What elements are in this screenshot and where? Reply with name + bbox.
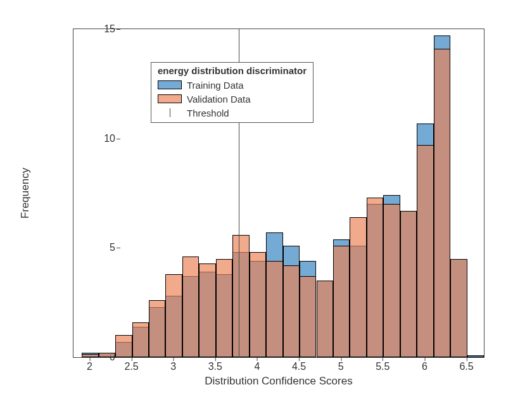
y-tick: 10: [77, 133, 115, 144]
bar-validation: [199, 263, 215, 357]
bar-validation: [266, 261, 282, 357]
bar-validation: [383, 204, 400, 357]
x-tick: 4.5: [292, 361, 306, 372]
legend-swatch-validation: [158, 94, 182, 103]
bar-validation: [367, 198, 383, 357]
bar-validation: [216, 259, 232, 357]
bar-validation: [283, 265, 300, 357]
legend-label: Training Data: [187, 79, 244, 92]
bar-validation: [232, 235, 249, 357]
bar-validation: [82, 354, 98, 357]
bar-validation: [300, 276, 316, 357]
legend-entry-training: Training Data: [158, 78, 307, 92]
x-tick: 6: [422, 361, 428, 372]
bar-validation: [333, 246, 350, 357]
y-tick: 5: [77, 242, 115, 253]
legend-swatch-training: [158, 80, 182, 89]
legend: energy distribution discriminator Traini…: [151, 62, 314, 123]
legend-label: Threshold: [187, 106, 229, 120]
x-tick: 3: [170, 361, 176, 372]
x-tick: 5.5: [376, 361, 390, 372]
bar-training: [467, 355, 484, 357]
bar-validation: [250, 252, 266, 357]
x-tick: 5: [338, 361, 344, 372]
bar-validation: [115, 335, 132, 357]
legend-line-threshold: [158, 108, 182, 117]
legend-label: Validation Data: [187, 92, 251, 106]
legend-title: energy distribution discriminator: [158, 64, 307, 77]
bar-validation: [434, 49, 450, 357]
bar-validation: [317, 281, 333, 357]
x-tick: 3.5: [208, 361, 222, 372]
x-tick: 6.5: [459, 361, 473, 372]
figure: Frequency Distribution Confidence Scores…: [0, 0, 532, 399]
x-tick: 2.5: [124, 361, 138, 372]
bar-validation: [450, 259, 467, 357]
legend-entry-threshold: Threshold: [158, 106, 307, 120]
bar-validation: [417, 145, 433, 357]
bar-validation: [149, 300, 165, 357]
bar-validation: [99, 353, 115, 357]
bar-validation: [350, 217, 366, 357]
x-axis-label: Distribution Confidence Scores: [205, 375, 352, 388]
bar-validation: [165, 274, 182, 357]
legend-entry-validation: Validation Data: [158, 92, 307, 106]
x-tick: 4: [254, 361, 260, 372]
y-tick: 15: [77, 23, 115, 35]
axes: energy distribution discriminator Traini…: [73, 28, 484, 358]
y-axis-label: Frequency: [19, 168, 32, 218]
x-tick: 2: [87, 361, 92, 372]
bar-validation: [182, 256, 199, 357]
bar-validation: [132, 322, 149, 357]
bar-validation: [400, 211, 417, 357]
